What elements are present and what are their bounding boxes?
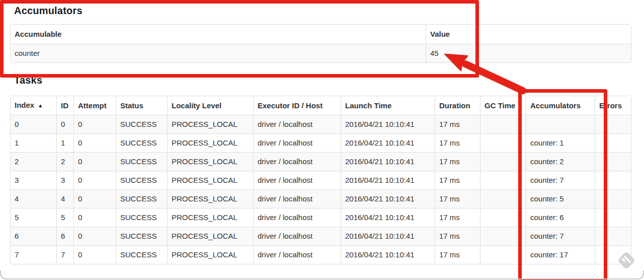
cell-launch-time: 2016/04/21 10:10:41: [341, 245, 435, 264]
col-header-status[interactable]: Status: [116, 96, 167, 115]
table-row: 660SUCCESSPROCESS_LOCALdriver / localhos…: [11, 227, 631, 245]
accumulators-table: AccumulableValue counter45: [10, 24, 631, 63]
cell-locality-level: PROCESS_LOCAL: [167, 245, 253, 264]
cell-accumulators: counter: 17: [526, 245, 595, 264]
col-header-accumulators[interactable]: Accumulators: [526, 96, 595, 115]
cell-executor-id-host: driver / localhost: [253, 133, 341, 152]
cell-duration: 17 ms: [435, 245, 480, 264]
header-row: AccumulableValue: [11, 25, 631, 44]
cell-attempt: 0: [73, 115, 116, 133]
table-row: 550SUCCESSPROCESS_LOCALdriver / localhos…: [11, 208, 631, 227]
cell-index: 7: [11, 245, 56, 264]
cell-attempt: 0: [73, 208, 116, 227]
tasks-table: Index▲IDAttemptStatusLocality LevelExecu…: [10, 96, 631, 264]
cell-errors: [595, 152, 631, 171]
cell-status: SUCCESS: [116, 133, 167, 152]
cell-status: SUCCESS: [116, 245, 167, 264]
cell-gc-time: [480, 208, 526, 227]
cell-gc-time: [480, 115, 526, 133]
cell-attempt: 0: [73, 152, 116, 171]
cell-gc-time: [480, 133, 526, 152]
tasks-table-header: Index▲IDAttemptStatusLocality LevelExecu…: [11, 96, 631, 115]
cell-attempt: 0: [73, 245, 116, 264]
cell-executor-id-host: driver / localhost: [253, 115, 341, 133]
cell-index: 6: [11, 227, 56, 245]
cell-launch-time: 2016/04/21 10:10:41: [341, 171, 435, 189]
col-header-duration[interactable]: Duration: [435, 96, 480, 115]
cell-duration: 17 ms: [435, 227, 480, 245]
cell-launch-time: 2016/04/21 10:10:41: [341, 152, 435, 171]
cell-locality-level: PROCESS_LOCAL: [167, 227, 253, 245]
col-header-launch-time[interactable]: Launch Time: [341, 96, 435, 115]
cell-gc-time: [480, 152, 526, 171]
col-header-gc-time[interactable]: GC Time: [480, 96, 526, 115]
col-header-index[interactable]: Index▲: [11, 96, 56, 115]
cell-executor-id-host: driver / localhost: [253, 152, 341, 171]
cell-locality-level: PROCESS_LOCAL: [167, 115, 253, 133]
cell-errors: [595, 227, 631, 245]
cell-status: SUCCESS: [116, 189, 167, 208]
cell-duration: 17 ms: [435, 189, 480, 208]
cell-index: 1: [11, 133, 56, 152]
table-row: 440SUCCESSPROCESS_LOCALdriver / localhos…: [11, 189, 631, 208]
cell-gc-time: [480, 245, 526, 264]
col-header-attempt[interactable]: Attempt: [73, 96, 116, 115]
cell-launch-time: 2016/04/21 10:10:41: [341, 227, 435, 245]
cell-status: SUCCESS: [116, 115, 167, 133]
cell-accumulators: [526, 115, 595, 133]
cell-id: 2: [56, 152, 73, 171]
cell-launch-time: 2016/04/21 10:10:41: [341, 115, 435, 133]
cell-gc-time: [480, 189, 526, 208]
cell-accumulators: counter: 7: [526, 171, 595, 189]
cell-accumulators: counter: 6: [526, 208, 595, 227]
window-bottom-edge: [0, 270, 644, 279]
cell-id: 5: [56, 208, 73, 227]
cell-accumulators: counter: 7: [526, 227, 595, 245]
cell-errors: [595, 208, 631, 227]
table-row: 000SUCCESSPROCESS_LOCALdriver / localhos…: [11, 115, 631, 133]
table-row: 330SUCCESSPROCESS_LOCALdriver / localhos…: [11, 171, 631, 189]
col-header-accumulable: Accumulable: [11, 25, 426, 44]
cell-errors: [595, 171, 631, 189]
cell-id: 1: [56, 133, 73, 152]
cell-duration: 17 ms: [435, 115, 480, 133]
cell-executor-id-host: driver / localhost: [253, 227, 341, 245]
col-header-errors[interactable]: Errors: [595, 96, 631, 115]
col-header-executor-id-host[interactable]: Executor ID / Host: [253, 96, 341, 115]
cell-duration: 17 ms: [435, 171, 480, 189]
cell-attempt: 0: [73, 227, 116, 245]
cell-index: 3: [11, 171, 56, 189]
cell-duration: 17 ms: [435, 208, 480, 227]
cell-accumulable: counter: [11, 44, 426, 62]
cell-index: 0: [11, 115, 56, 133]
accumulators-table-header: AccumulableValue: [11, 25, 631, 44]
cell-status: SUCCESS: [116, 171, 167, 189]
table-row: 220SUCCESSPROCESS_LOCALdriver / localhos…: [11, 152, 631, 171]
cell-id: 0: [56, 115, 73, 133]
col-header-locality-level[interactable]: Locality Level: [167, 96, 253, 115]
cell-gc-time: [480, 171, 526, 189]
cell-errors: [595, 115, 631, 133]
cell-launch-time: 2016/04/21 10:10:41: [341, 133, 435, 152]
cell-locality-level: PROCESS_LOCAL: [167, 189, 253, 208]
cell-errors: [595, 133, 631, 152]
cell-index: 2: [11, 152, 56, 171]
header-row: Index▲IDAttemptStatusLocality LevelExecu…: [11, 96, 631, 115]
cell-accumulators: counter: 5: [526, 189, 595, 208]
cell-launch-time: 2016/04/21 10:10:41: [341, 208, 435, 227]
cell-locality-level: PROCESS_LOCAL: [167, 171, 253, 189]
cell-locality-level: PROCESS_LOCAL: [167, 208, 253, 227]
cell-locality-level: PROCESS_LOCAL: [167, 152, 253, 171]
cell-duration: 17 ms: [435, 133, 480, 152]
cell-errors: [595, 189, 631, 208]
col-header-id[interactable]: ID: [56, 96, 73, 115]
cell-index: 5: [11, 208, 56, 227]
cell-id: 4: [56, 189, 73, 208]
tasks-section-title: Tasks: [14, 75, 42, 86]
table-row: counter45: [11, 44, 631, 62]
cell-executor-id-host: driver / localhost: [253, 171, 341, 189]
cell-index: 4: [11, 189, 56, 208]
cell-status: SUCCESS: [116, 227, 167, 245]
cell-status: SUCCESS: [116, 152, 167, 171]
col-header-value: Value: [426, 25, 631, 44]
